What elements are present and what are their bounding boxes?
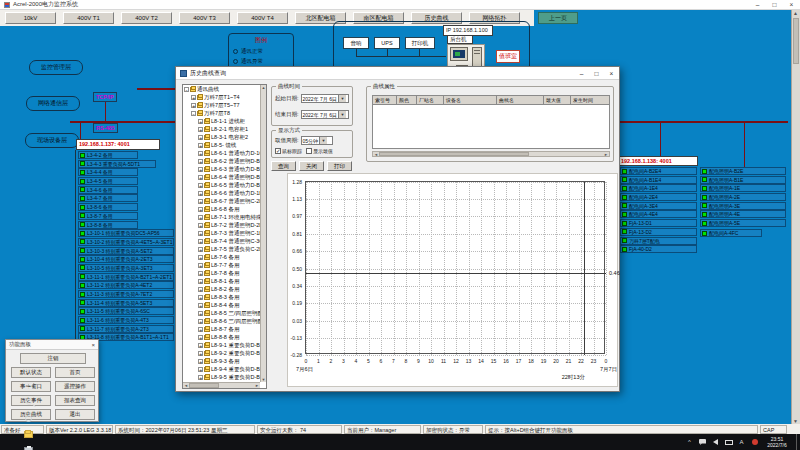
- tree-item[interactable]: + L8-6-1 普通动力D-1C: [183, 149, 260, 157]
- logout-button[interactable]: 注销: [20, 353, 86, 364]
- file-explorer-icon[interactable]: [24, 431, 33, 438]
- feeder-row[interactable]: 配电间A-1E4: [620, 184, 697, 192]
- feeder-row[interactable]: FjA-40-D2: [620, 245, 697, 253]
- tree-item[interactable]: + L8-9-5 重要负荷D-B1: [183, 373, 260, 381]
- feeder-row[interactable]: L3-4-6 备用: [78, 186, 138, 194]
- tab[interactable]: 10kV: [5, 12, 56, 24]
- tree-expander-icon[interactable]: +: [198, 199, 203, 204]
- taskbar-slot[interactable]: [0, 394, 57, 410]
- tree-item[interactable]: + L8-9-2 重要负荷D-B1: [183, 349, 260, 357]
- tree-vertical-scrollbar[interactable]: ▲ ▼: [260, 85, 266, 382]
- function-button[interactable]: 首页: [55, 367, 95, 378]
- tree-expander-icon[interactable]: +: [198, 239, 203, 244]
- scrollbar-thumb[interactable]: [793, 18, 799, 64]
- tree-item[interactable]: + L8-8-8 备用: [183, 333, 260, 341]
- dialog-close-button[interactable]: ×: [604, 68, 619, 79]
- cortana-icon[interactable]: [25, 415, 32, 422]
- feeder-row[interactable]: L3-4-5 备用: [78, 177, 138, 185]
- show-max-checkbox[interactable]: 显示最值: [306, 148, 333, 154]
- feeder-row[interactable]: 配电间A-2E4: [620, 193, 697, 201]
- feeder-row[interactable]: 配电间A-4FC: [700, 229, 762, 237]
- tree-item[interactable]: + L8-8-6 三/四层照明配电: [183, 317, 260, 325]
- tab[interactable]: 400V T1: [63, 12, 114, 24]
- dialog-maximize-button[interactable]: □: [589, 68, 604, 79]
- taskbar-slot[interactable]: [0, 426, 57, 442]
- minimize-button[interactable]: –: [749, 0, 766, 9]
- tree-expander-icon[interactable]: +: [198, 175, 203, 180]
- tree-item[interactable]: + 万科7层T1~T4: [183, 93, 260, 101]
- feeder-row[interactable]: 配电间A-3E4: [620, 202, 697, 210]
- start-date-picker[interactable]: 2022年 7月 6日 ▼: [301, 94, 349, 103]
- tree-item[interactable]: + L8-6-3 普通动力D-B1: [183, 165, 260, 173]
- tree-item[interactable]: - 通讯曲线: [183, 85, 260, 93]
- tree-expander-icon[interactable]: +: [191, 95, 196, 100]
- function-panel-titlebar[interactable]: 功能面板 ×: [6, 340, 98, 350]
- tree-item[interactable]: + L8-7-2 普通照明D-2E: [183, 221, 260, 229]
- feeder-row[interactable]: 万科7层T配电: [620, 237, 697, 245]
- tree-item[interactable]: + L8-9-3 备用: [183, 357, 260, 365]
- dropdown-arrow-icon[interactable]: ▼: [338, 95, 346, 102]
- tree-expander-icon[interactable]: +: [198, 247, 203, 252]
- tree-expander-icon[interactable]: +: [198, 159, 203, 164]
- tree-item[interactable]: + L8-6-4 普通照明D-B1: [183, 173, 260, 181]
- scroll-up-icon[interactable]: ▲: [793, 10, 798, 16]
- table-column-header[interactable]: 颜色: [397, 96, 417, 105]
- tree-expander-icon[interactable]: +: [198, 287, 203, 292]
- tree-expander-icon[interactable]: -: [191, 111, 196, 116]
- tree-item[interactable]: + L8-7-5 普通负荷C-2B: [183, 245, 260, 253]
- scroll-up-icon[interactable]: ▲: [261, 85, 266, 90]
- tray-keyboard-icon[interactable]: [725, 440, 733, 445]
- feeder-row[interactable]: FjA-13-D1: [620, 219, 697, 227]
- tree-item[interactable]: + L8-7-1 环境用电特殊: [183, 213, 260, 221]
- end-date-picker[interactable]: 2022年 7月 6日 ▼: [301, 110, 349, 119]
- feeder-row[interactable]: L3-8-6 备用: [78, 203, 138, 211]
- table-column-header[interactable]: 设备名: [444, 96, 497, 105]
- show-desktop-button[interactable]: [796, 434, 800, 450]
- tab[interactable]: 400V T3: [179, 12, 230, 24]
- tree-item[interactable]: + L8-7-4 普通照明C-3C: [183, 237, 260, 245]
- feeder-row[interactable]: L3-4-7 备用: [78, 194, 138, 202]
- dialog-titlebar[interactable]: 历史曲线查询 – □ ×: [176, 67, 619, 80]
- feeder-row[interactable]: L3-11-6 特别重要负荷A-4T3: [78, 316, 174, 324]
- table-column-header[interactable]: 曲线名: [497, 96, 544, 105]
- table-column-header[interactable]: 发生时间: [571, 96, 610, 105]
- feeder-row[interactable]: L3-8-7 备用: [78, 212, 138, 220]
- function-button[interactable]: 遥控操作: [55, 381, 95, 392]
- scroll-left-icon[interactable]: ◄: [184, 383, 188, 388]
- tree-expander-icon[interactable]: +: [198, 119, 203, 124]
- scroll-right-icon[interactable]: ►: [255, 383, 259, 388]
- feeder-row[interactable]: FjA-13-D2: [620, 228, 697, 236]
- tree-item[interactable]: + L8-6-7 普通照明C-2E: [183, 197, 260, 205]
- function-button[interactable]: 默认状态: [11, 367, 51, 378]
- dropdown-arrow-icon[interactable]: ▼: [338, 111, 346, 118]
- feeder-row[interactable]: L3-10-5 特别重要负荷A-3ET3: [78, 264, 174, 272]
- feeder-row[interactable]: L3-10-4 特别重要负荷A-2ET3: [78, 255, 174, 263]
- close-dialog-button[interactable]: 关闭: [299, 161, 324, 171]
- tree-expander-icon[interactable]: +: [198, 151, 203, 156]
- tree-item[interactable]: + L8-8-1 备用: [183, 277, 260, 285]
- feeder-row[interactable]: L3-11-7 特别重要负荷A-2T3: [78, 325, 174, 333]
- close-button[interactable]: ×: [783, 0, 800, 9]
- feeder-row[interactable]: 配电照明A-3E: [700, 202, 786, 210]
- scroll-left-icon[interactable]: ◄: [374, 152, 378, 157]
- mouse-track-checkbox[interactable]: ✓ 鼠标跟踪: [275, 148, 302, 154]
- feeder-row[interactable]: L3-11-4 特别重要负荷A-5ET3: [78, 299, 174, 307]
- tree-item[interactable]: + L8-9-4 重要负荷D-B1: [183, 365, 260, 373]
- scrollbar-thumb[interactable]: [189, 383, 219, 388]
- tray-chat-icon[interactable]: [699, 439, 706, 445]
- tree-item[interactable]: + L8-8-5 三/四层照明配电: [183, 309, 260, 317]
- tree-item[interactable]: + L8-3-1 电容柜2: [183, 133, 260, 141]
- tray-notify-icon[interactable]: [752, 439, 758, 445]
- tree-horizontal-scrollbar[interactable]: ◄ ►: [183, 382, 260, 388]
- tree-expander-icon[interactable]: +: [198, 279, 203, 284]
- tree-item[interactable]: + L8-1-1 进线柜: [183, 117, 260, 125]
- scroll-down-icon[interactable]: ▼: [261, 377, 266, 382]
- tree-item[interactable]: + L8-5- 馈线: [183, 141, 260, 149]
- tree-expander-icon[interactable]: +: [198, 143, 203, 148]
- tree-expander-icon[interactable]: +: [198, 295, 203, 300]
- tree-item[interactable]: + L8-6-2 普通照明D-B1: [183, 157, 260, 165]
- dropdown-arrow-icon[interactable]: ▼: [319, 137, 327, 144]
- tree-expander-icon[interactable]: +: [198, 127, 203, 132]
- tree-expander-icon[interactable]: +: [198, 319, 203, 324]
- feeder-row[interactable]: 配电间A-4E4: [620, 210, 697, 218]
